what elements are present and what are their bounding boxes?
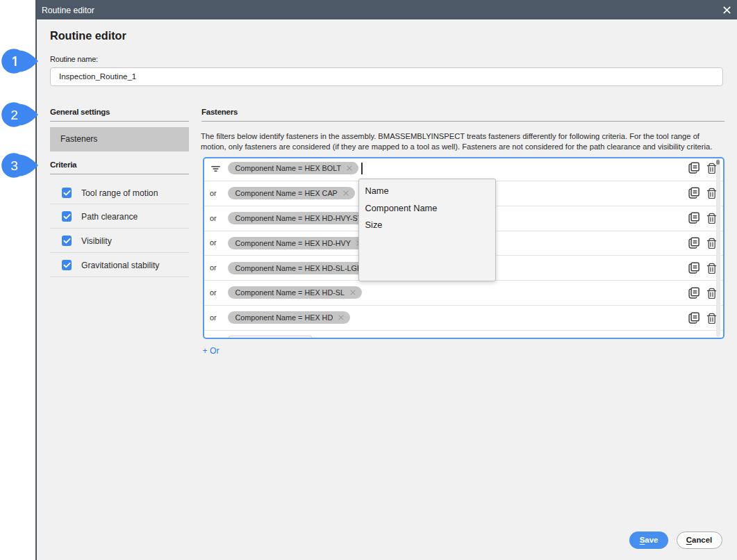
svg-text:3: 3: [10, 158, 18, 172]
svg-text:2: 2: [10, 107, 18, 122]
